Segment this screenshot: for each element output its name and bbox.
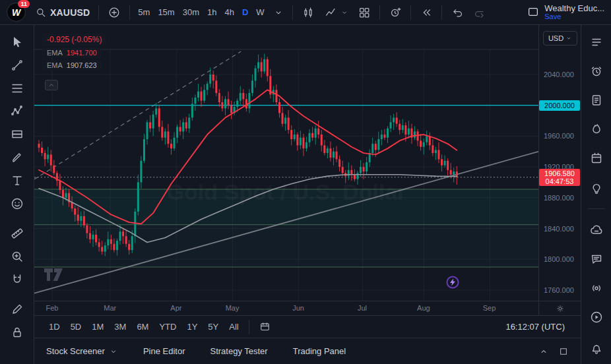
undo-button[interactable] xyxy=(447,3,468,22)
measure-tool-button[interactable] xyxy=(6,224,28,243)
app-logo[interactable]: W 11 xyxy=(7,3,26,22)
text-tool-button[interactable] xyxy=(6,171,28,190)
zoom-tool-button[interactable] xyxy=(6,247,28,266)
range-3m-button[interactable]: 3M xyxy=(110,320,130,334)
time-axis: FebMarAprMayJunJulAugSep xyxy=(34,301,581,315)
stock-screener-tab[interactable]: Stock Screener xyxy=(46,346,118,356)
strategy-tester-tab[interactable]: Strategy Tester xyxy=(210,346,267,356)
timeframe-button-w[interactable]: W xyxy=(253,5,267,20)
public-chats-button[interactable] xyxy=(587,222,606,238)
hotlists-button[interactable] xyxy=(587,121,606,137)
redo-arrow-icon xyxy=(473,6,486,19)
lightbulb-icon xyxy=(589,180,604,195)
last-price-tag: 1906.580 04:47:53 xyxy=(539,169,580,186)
watchlist-button[interactable] xyxy=(587,34,606,50)
streams-button[interactable] xyxy=(587,280,606,296)
range-all-button[interactable]: All xyxy=(225,320,242,334)
range-ytd-button[interactable]: YTD xyxy=(155,320,180,334)
lock-drawings-button[interactable] xyxy=(6,323,28,342)
candlestick-chart[interactable] xyxy=(34,25,538,301)
divider xyxy=(129,5,130,20)
currency-selector[interactable]: USD xyxy=(543,31,577,46)
indicator-row[interactable]: EMA 1907.623 xyxy=(42,60,102,71)
save-layout-button[interactable]: Save xyxy=(544,13,604,21)
bar-replay-button[interactable] xyxy=(416,3,437,22)
timeframe-button-4h[interactable]: 4h xyxy=(221,5,237,20)
expand-panel-button[interactable] xyxy=(538,346,549,357)
ideas-button[interactable] xyxy=(587,179,606,195)
event-marker-icon[interactable] xyxy=(446,276,459,291)
price-axis[interactable]: USD 2040.0002000.0001960.0001920.0001880… xyxy=(538,25,581,301)
bell-icon xyxy=(589,341,604,355)
timeframe-button-1h[interactable]: 1h xyxy=(204,5,220,20)
trend-line-tool-button[interactable] xyxy=(6,56,28,75)
divider xyxy=(98,5,99,20)
forecast-tool-button[interactable] xyxy=(6,125,28,144)
time-tick: Jul xyxy=(353,304,371,312)
symbol-watermark: Gold Spot / U.S. Dollar xyxy=(167,179,406,205)
pattern-tool-button[interactable] xyxy=(6,102,28,121)
pine-editor-tab[interactable]: Pine Editor xyxy=(143,346,185,356)
help-button[interactable] xyxy=(587,309,606,325)
last-price-value: 1906.580 xyxy=(539,169,580,177)
create-alert-button[interactable] xyxy=(385,3,406,22)
drawing-mode-button[interactable] xyxy=(6,300,28,318)
drawing-toolbar xyxy=(0,25,34,364)
timeframe-menu-button[interactable] xyxy=(269,5,288,20)
play-circle-icon xyxy=(589,310,604,324)
tradingview-logo[interactable] xyxy=(44,268,63,284)
price-tick: 1800.000 xyxy=(544,255,574,264)
divider xyxy=(588,208,605,209)
layout-grid-button[interactable] xyxy=(354,3,375,22)
symbol-search-button[interactable]: XAUUSD xyxy=(31,4,94,21)
range-6m-button[interactable]: 6M xyxy=(133,320,152,334)
timeframe-button-15m[interactable]: 15m xyxy=(154,5,177,20)
range-1m-button[interactable]: 1M xyxy=(88,320,108,334)
timeframe-button-5m[interactable]: 5m xyxy=(135,5,153,20)
brush-tool-button[interactable] xyxy=(6,148,28,167)
trading-panel-tab[interactable]: Trading Panel xyxy=(293,346,346,356)
news-button[interactable] xyxy=(587,92,606,108)
timeframe-button-30m[interactable]: 30m xyxy=(179,5,203,20)
range-1d-button[interactable]: 1D xyxy=(45,320,64,334)
restore-panel-icon xyxy=(558,346,569,357)
price-tick: 1760.000 xyxy=(544,286,574,295)
private-chats-button[interactable] xyxy=(587,251,606,267)
grid-layout-icon xyxy=(358,6,371,19)
time-scale[interactable]: FebMarAprMayJunJulAugSep xyxy=(34,301,538,315)
range-1y-button[interactable]: 1Y xyxy=(183,320,201,334)
layout-title[interactable]: Wealthy Educ... xyxy=(544,4,604,13)
price-tick: 2040.000 xyxy=(544,70,574,79)
collapse-legend-button[interactable] xyxy=(45,80,58,90)
text-icon xyxy=(10,173,24,188)
chart-type-candles-button[interactable] xyxy=(298,3,319,22)
range-5y-button[interactable]: 5Y xyxy=(204,320,222,334)
axis-settings-corner[interactable] xyxy=(538,301,581,315)
divider xyxy=(379,5,380,20)
chart-canvas[interactable]: Gold Spot / U.S. Dollar -0.925 (-0.05%) … xyxy=(34,25,538,301)
go-to-date-button[interactable] xyxy=(255,319,274,334)
restore-panel-button[interactable] xyxy=(558,346,569,357)
notifications-button[interactable] xyxy=(587,340,606,356)
alerts-button[interactable] xyxy=(587,63,606,79)
time-tick: Sep xyxy=(480,304,499,312)
layout-manager[interactable]: Wealthy Educ... Save xyxy=(527,4,604,21)
cursor-tool-button[interactable] xyxy=(6,33,28,51)
compare-add-button[interactable] xyxy=(104,3,125,22)
indicator-row[interactable]: EMA 1941.700 xyxy=(42,47,102,58)
time-tick: May xyxy=(223,304,241,312)
timeframe-button-d[interactable]: D xyxy=(239,5,251,20)
fib-retracement-tool-button[interactable] xyxy=(6,79,28,98)
range-5d-button[interactable]: 5D xyxy=(67,320,86,334)
magnet-tool-button[interactable] xyxy=(6,270,28,289)
calendar-button[interactable] xyxy=(587,150,606,166)
broadcast-icon xyxy=(589,281,604,295)
emoji-tool-button[interactable] xyxy=(6,195,28,213)
redo-button[interactable] xyxy=(469,3,490,22)
news-document-icon xyxy=(589,93,604,107)
alarm-clock-icon xyxy=(589,64,604,78)
top-toolbar: W 11 XAUUSD 5m 15m 30m 1h 4h D W xyxy=(0,0,611,25)
session-clock[interactable]: 16:12:07 (UTC) xyxy=(501,320,574,334)
chevron-up-icon xyxy=(538,346,549,357)
chart-style-button[interactable] xyxy=(320,3,352,22)
